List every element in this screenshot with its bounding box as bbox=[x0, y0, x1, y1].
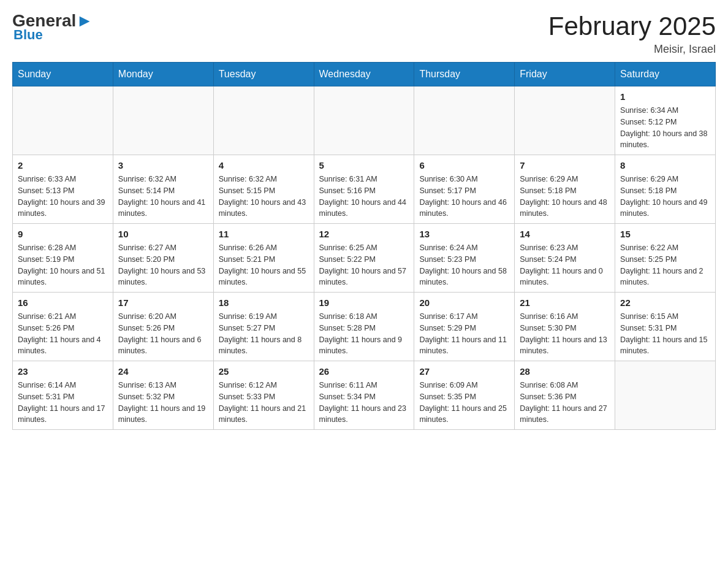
day-info: Sunrise: 6:09 AMSunset: 5:35 PMDaylight:… bbox=[419, 380, 509, 426]
calendar-body: 1Sunrise: 6:34 AMSunset: 5:12 PMDaylight… bbox=[13, 86, 716, 430]
day-number: 21 bbox=[520, 296, 610, 309]
day-info: Sunrise: 6:32 AMSunset: 5:15 PMDaylight:… bbox=[219, 174, 309, 220]
calendar-day-cell: 14Sunrise: 6:23 AMSunset: 5:24 PMDayligh… bbox=[515, 224, 615, 293]
day-number: 17 bbox=[118, 296, 208, 309]
header-saturday: Saturday bbox=[615, 63, 716, 86]
day-info: Sunrise: 6:24 AMSunset: 5:23 PMDaylight:… bbox=[419, 242, 509, 288]
day-number: 14 bbox=[520, 228, 610, 240]
day-info: Sunrise: 6:33 AMSunset: 5:13 PMDaylight:… bbox=[18, 174, 108, 220]
logo-triangle-icon: ► bbox=[76, 11, 93, 30]
day-number: 15 bbox=[620, 228, 710, 240]
logo: General► Blue bbox=[12, 12, 93, 43]
calendar-day-cell: 25Sunrise: 6:12 AMSunset: 5:33 PMDayligh… bbox=[213, 361, 314, 430]
calendar-day-cell bbox=[13, 86, 113, 155]
calendar-week-row: 2Sunrise: 6:33 AMSunset: 5:13 PMDaylight… bbox=[13, 155, 716, 224]
day-number: 22 bbox=[620, 296, 710, 309]
calendar-table: Sunday Monday Tuesday Wednesday Thursday… bbox=[12, 62, 716, 430]
day-info: Sunrise: 6:14 AMSunset: 5:31 PMDaylight:… bbox=[18, 380, 108, 426]
calendar-day-cell: 18Sunrise: 6:19 AMSunset: 5:27 PMDayligh… bbox=[213, 293, 314, 361]
calendar-day-cell: 2Sunrise: 6:33 AMSunset: 5:13 PMDaylight… bbox=[13, 155, 113, 224]
calendar-day-cell: 4Sunrise: 6:32 AMSunset: 5:15 PMDaylight… bbox=[213, 155, 314, 224]
weekday-header-row: Sunday Monday Tuesday Wednesday Thursday… bbox=[13, 63, 716, 86]
day-number: 27 bbox=[419, 365, 509, 378]
day-number: 6 bbox=[419, 159, 509, 172]
day-info: Sunrise: 6:21 AMSunset: 5:26 PMDaylight:… bbox=[18, 311, 108, 357]
day-info: Sunrise: 6:20 AMSunset: 5:26 PMDaylight:… bbox=[118, 311, 208, 357]
day-info: Sunrise: 6:23 AMSunset: 5:24 PMDaylight:… bbox=[520, 242, 610, 288]
day-info: Sunrise: 6:11 AMSunset: 5:34 PMDaylight:… bbox=[319, 380, 409, 426]
day-number: 25 bbox=[219, 365, 309, 378]
header-sunday: Sunday bbox=[13, 63, 113, 86]
calendar-day-cell: 16Sunrise: 6:21 AMSunset: 5:26 PMDayligh… bbox=[13, 293, 113, 361]
day-number: 1 bbox=[620, 90, 710, 103]
day-info: Sunrise: 6:19 AMSunset: 5:27 PMDaylight:… bbox=[219, 311, 309, 357]
page-header: General► Blue February 2025 Meisir, Isra… bbox=[12, 12, 716, 56]
calendar-day-cell bbox=[213, 86, 314, 155]
day-info: Sunrise: 6:31 AMSunset: 5:16 PMDaylight:… bbox=[319, 174, 409, 220]
calendar-day-cell: 5Sunrise: 6:31 AMSunset: 5:16 PMDaylight… bbox=[314, 155, 414, 224]
calendar-day-cell bbox=[615, 361, 716, 430]
calendar-week-row: 16Sunrise: 6:21 AMSunset: 5:26 PMDayligh… bbox=[13, 293, 716, 361]
calendar-header: Sunday Monday Tuesday Wednesday Thursday… bbox=[13, 63, 716, 86]
day-info: Sunrise: 6:27 AMSunset: 5:20 PMDaylight:… bbox=[118, 242, 208, 288]
day-info: Sunrise: 6:13 AMSunset: 5:32 PMDaylight:… bbox=[118, 380, 208, 426]
calendar-day-cell: 26Sunrise: 6:11 AMSunset: 5:34 PMDayligh… bbox=[314, 361, 414, 430]
header-monday: Monday bbox=[113, 63, 213, 86]
day-number: 18 bbox=[219, 296, 309, 309]
header-tuesday: Tuesday bbox=[213, 63, 314, 86]
calendar-day-cell: 17Sunrise: 6:20 AMSunset: 5:26 PMDayligh… bbox=[113, 293, 213, 361]
calendar-week-row: 1Sunrise: 6:34 AMSunset: 5:12 PMDaylight… bbox=[13, 86, 716, 155]
calendar-day-cell: 10Sunrise: 6:27 AMSunset: 5:20 PMDayligh… bbox=[113, 224, 213, 293]
calendar-day-cell bbox=[113, 86, 213, 155]
day-number: 10 bbox=[118, 228, 208, 240]
day-number: 8 bbox=[620, 159, 710, 172]
calendar-day-cell: 21Sunrise: 6:16 AMSunset: 5:30 PMDayligh… bbox=[515, 293, 615, 361]
calendar-day-cell: 23Sunrise: 6:14 AMSunset: 5:31 PMDayligh… bbox=[13, 361, 113, 430]
day-number: 3 bbox=[118, 159, 208, 172]
day-info: Sunrise: 6:08 AMSunset: 5:36 PMDaylight:… bbox=[520, 380, 610, 426]
day-number: 24 bbox=[118, 365, 208, 378]
calendar-day-cell: 7Sunrise: 6:29 AMSunset: 5:18 PMDaylight… bbox=[515, 155, 615, 224]
day-info: Sunrise: 6:22 AMSunset: 5:25 PMDaylight:… bbox=[620, 242, 710, 288]
day-number: 5 bbox=[319, 159, 409, 172]
day-number: 11 bbox=[219, 228, 309, 240]
calendar-day-cell bbox=[515, 86, 615, 155]
day-info: Sunrise: 6:16 AMSunset: 5:30 PMDaylight:… bbox=[520, 311, 610, 357]
calendar-day-cell: 8Sunrise: 6:29 AMSunset: 5:18 PMDaylight… bbox=[615, 155, 716, 224]
day-number: 19 bbox=[319, 296, 409, 309]
day-number: 23 bbox=[18, 365, 108, 378]
header-thursday: Thursday bbox=[414, 63, 515, 86]
day-info: Sunrise: 6:29 AMSunset: 5:18 PMDaylight:… bbox=[520, 174, 610, 220]
day-number: 2 bbox=[18, 159, 108, 172]
calendar-day-cell: 9Sunrise: 6:28 AMSunset: 5:19 PMDaylight… bbox=[13, 224, 113, 293]
day-number: 4 bbox=[219, 159, 309, 172]
calendar-day-cell: 27Sunrise: 6:09 AMSunset: 5:35 PMDayligh… bbox=[414, 361, 515, 430]
logo-blue: Blue bbox=[13, 27, 43, 43]
calendar-day-cell: 3Sunrise: 6:32 AMSunset: 5:14 PMDaylight… bbox=[113, 155, 213, 224]
calendar-day-cell: 20Sunrise: 6:17 AMSunset: 5:29 PMDayligh… bbox=[414, 293, 515, 361]
calendar-day-cell: 12Sunrise: 6:25 AMSunset: 5:22 PMDayligh… bbox=[314, 224, 414, 293]
calendar-day-cell: 22Sunrise: 6:15 AMSunset: 5:31 PMDayligh… bbox=[615, 293, 716, 361]
calendar-day-cell: 15Sunrise: 6:22 AMSunset: 5:25 PMDayligh… bbox=[615, 224, 716, 293]
calendar-day-cell: 11Sunrise: 6:26 AMSunset: 5:21 PMDayligh… bbox=[213, 224, 314, 293]
day-number: 28 bbox=[520, 365, 610, 378]
calendar-location: Meisir, Israel bbox=[548, 43, 716, 56]
calendar-day-cell bbox=[314, 86, 414, 155]
day-info: Sunrise: 6:32 AMSunset: 5:14 PMDaylight:… bbox=[118, 174, 208, 220]
day-number: 9 bbox=[18, 228, 108, 240]
day-info: Sunrise: 6:12 AMSunset: 5:33 PMDaylight:… bbox=[219, 380, 309, 426]
day-info: Sunrise: 6:34 AMSunset: 5:12 PMDaylight:… bbox=[620, 105, 710, 151]
calendar-day-cell: 13Sunrise: 6:24 AMSunset: 5:23 PMDayligh… bbox=[414, 224, 515, 293]
calendar-day-cell: 6Sunrise: 6:30 AMSunset: 5:17 PMDaylight… bbox=[414, 155, 515, 224]
day-number: 7 bbox=[520, 159, 610, 172]
day-info: Sunrise: 6:29 AMSunset: 5:18 PMDaylight:… bbox=[620, 174, 710, 220]
day-info: Sunrise: 6:17 AMSunset: 5:29 PMDaylight:… bbox=[419, 311, 509, 357]
day-number: 26 bbox=[319, 365, 409, 378]
day-info: Sunrise: 6:30 AMSunset: 5:17 PMDaylight:… bbox=[419, 174, 509, 220]
day-info: Sunrise: 6:28 AMSunset: 5:19 PMDaylight:… bbox=[18, 242, 108, 288]
calendar-day-cell: 19Sunrise: 6:18 AMSunset: 5:28 PMDayligh… bbox=[314, 293, 414, 361]
calendar-day-cell: 24Sunrise: 6:13 AMSunset: 5:32 PMDayligh… bbox=[113, 361, 213, 430]
day-info: Sunrise: 6:15 AMSunset: 5:31 PMDaylight:… bbox=[620, 311, 710, 357]
day-number: 13 bbox=[419, 228, 509, 240]
title-area: February 2025 Meisir, Israel bbox=[548, 12, 716, 56]
